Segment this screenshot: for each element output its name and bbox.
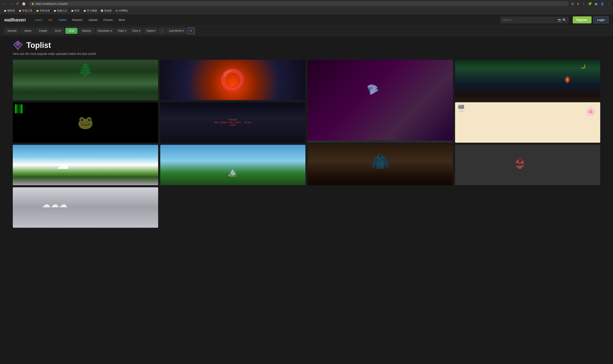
bookmark-claude[interactable]: 🅰 克洛德	[99, 9, 113, 13]
bookmark-software[interactable]: 📁 软件	[69, 9, 81, 13]
wallpaper-item[interactable]	[455, 145, 600, 185]
nav-more[interactable]: More	[116, 17, 128, 23]
back-button[interactable]: ←	[2, 1, 8, 6]
bookmark-devdocs[interactable]: 📁 开发文档	[34, 9, 52, 13]
dropdown-toplist[interactable]: Toplist ▾	[144, 28, 158, 34]
color-label: Color	[132, 29, 138, 32]
dropdown-resolution[interactable]: Resolution ▾	[95, 28, 114, 34]
address-bar[interactable]: 🔒 https://wallhaven.cc/toplist	[29, 1, 569, 6]
page-content: Toplist Here are the most popular walls …	[0, 36, 613, 232]
dropdown-color[interactable]: Color ▾	[130, 28, 143, 34]
header-buttons: Register Login	[573, 16, 609, 23]
filter-sfw[interactable]: SFW	[65, 28, 78, 34]
lastmonth-label: Last Month	[169, 29, 182, 32]
wallpaper-item[interactable]	[160, 145, 306, 185]
chevron-down-icon: ▾	[111, 29, 112, 32]
folder-icon: 📁	[54, 10, 56, 12]
nav-forums[interactable]: Forums	[101, 17, 115, 23]
bookmark-api[interactable]: 🌿 API网站	[114, 9, 130, 13]
register-button[interactable]: Register	[573, 16, 591, 23]
dropdown-ratio[interactable]: Ratio ▾	[116, 28, 129, 34]
wallpaper-item[interactable]	[13, 60, 158, 100]
ratio-label: Ratio	[118, 29, 124, 32]
filter-aiart[interactable]: AI Art	[52, 28, 64, 34]
search-icon[interactable]: 🔍	[563, 18, 566, 22]
browser-nav-buttons: ← → ↺ 🏠	[2, 1, 27, 6]
page-title: Toplist	[27, 41, 51, 50]
bookmark-label: 开发文档	[40, 9, 50, 13]
wallpaper-item[interactable]	[308, 145, 453, 185]
site-header: wallhaven Latest Hot Toplist Random Uplo…	[0, 14, 613, 26]
dropdown-lastmonth[interactable]: Last Month ▾	[167, 28, 186, 34]
filter-sketchy[interactable]: Sketchy	[79, 28, 94, 34]
bookmarks-bar: 📁 服务器 📁 开发工具 📁 开发文档 📁 快速入口 📁 软件 📁 学习视频 🅰…	[0, 7, 613, 14]
camera-icon[interactable]: 📷	[558, 18, 561, 22]
claude-icon: 🅰	[101, 10, 103, 12]
bookmark-label: API网站	[119, 9, 128, 13]
page-subtitle: Here are the most popular walls uploaded…	[13, 52, 600, 55]
nav-random[interactable]: Random	[70, 17, 85, 23]
folder-icon: 📁	[83, 10, 86, 12]
wallpaper-item[interactable]	[13, 102, 158, 143]
folder-icon: 📁	[4, 10, 6, 12]
toplist-diamond-icon	[13, 40, 23, 50]
bookmark-label: 快速入口	[57, 9, 67, 13]
login-button[interactable]: Login	[593, 16, 609, 23]
wallpaper-item[interactable]	[455, 102, 600, 143]
folder-icon: 📁	[36, 10, 39, 12]
bookmark-learning[interactable]: 📁 学习视频	[82, 9, 99, 13]
search-input[interactable]	[503, 18, 556, 22]
bookmark-quickaccess[interactable]: 📁 快速入口	[52, 9, 69, 13]
chevron-down-icon: ▾	[125, 29, 126, 32]
nav-upload[interactable]: Upload	[86, 17, 100, 23]
chevron-down-icon: ▾	[154, 29, 156, 32]
browser-actions: ⊞ ⬇ ☆ 🧩 ▣ 👤 ⋮	[571, 2, 611, 6]
bookmark-label: 克洛德	[104, 9, 111, 13]
bookmark-label: 服务器	[7, 9, 15, 13]
filter-people[interactable]: People	[36, 28, 50, 34]
nav-latest[interactable]: Latest	[32, 17, 45, 23]
wallpaper-item[interactable]	[160, 102, 306, 143]
home-button[interactable]: 🏠	[21, 1, 27, 6]
bookmark-devtools[interactable]: 📁 开发工具	[17, 9, 34, 13]
url-text: https://wallhaven.cc/toplist	[36, 2, 68, 5]
sort-button[interactable]: ↓	[159, 28, 165, 34]
bookmark-label: 学习视频	[87, 9, 97, 13]
wallpaper-item[interactable]	[308, 60, 453, 143]
main-nav: Latest Hot Toplist Random Upload Forums …	[32, 17, 498, 23]
bookmark-label: 开发工具	[22, 9, 32, 13]
refresh-icon: ⟳	[190, 29, 192, 33]
site-logo[interactable]: wallhaven	[4, 17, 26, 23]
sidebar-icon[interactable]: ▣	[594, 2, 598, 6]
filter-bar: General Anime People AI Art SFW Sketchy …	[0, 26, 613, 36]
filter-general[interactable]: General	[4, 28, 20, 34]
wallpaper-item[interactable]	[160, 60, 306, 100]
download-icon[interactable]: ⬇	[576, 2, 580, 6]
sort-down-icon: ↓	[162, 29, 163, 33]
wallpaper-item[interactable]	[455, 60, 600, 100]
resolution-label: Resolution	[98, 29, 110, 32]
nav-toplist[interactable]: Toplist	[56, 17, 69, 23]
folder-icon: 📁	[19, 10, 21, 12]
page-header: Toplist	[13, 40, 600, 50]
subtitle-em: month	[88, 52, 96, 55]
profile-icon[interactable]: 👤	[599, 2, 605, 6]
bookmark-label: 软件	[74, 9, 80, 13]
wallpaper-item[interactable]	[13, 145, 158, 185]
search-bar: 📷 🔍	[500, 17, 569, 23]
bookmark-star-icon[interactable]: ☆	[582, 2, 586, 6]
folder-icon: 📁	[71, 10, 74, 12]
menu-icon[interactable]: ⋮	[606, 2, 611, 6]
chevron-down-icon: ▾	[139, 29, 140, 32]
forward-button[interactable]: →	[9, 1, 14, 6]
leaf-icon: 🌿	[115, 10, 118, 12]
translate-icon[interactable]: ⊞	[571, 2, 575, 6]
bookmark-servers[interactable]: 📁 服务器	[2, 9, 17, 13]
extension-icon[interactable]: 🧩	[587, 2, 593, 6]
filter-anime[interactable]: Anime	[21, 28, 35, 34]
refresh-filter-button[interactable]: ⟳	[188, 28, 195, 34]
nav-hot[interactable]: Hot	[46, 17, 55, 23]
refresh-button[interactable]: ↺	[15, 1, 20, 6]
wallpaper-item[interactable]	[13, 187, 158, 228]
lock-icon: 🔒	[31, 2, 34, 5]
